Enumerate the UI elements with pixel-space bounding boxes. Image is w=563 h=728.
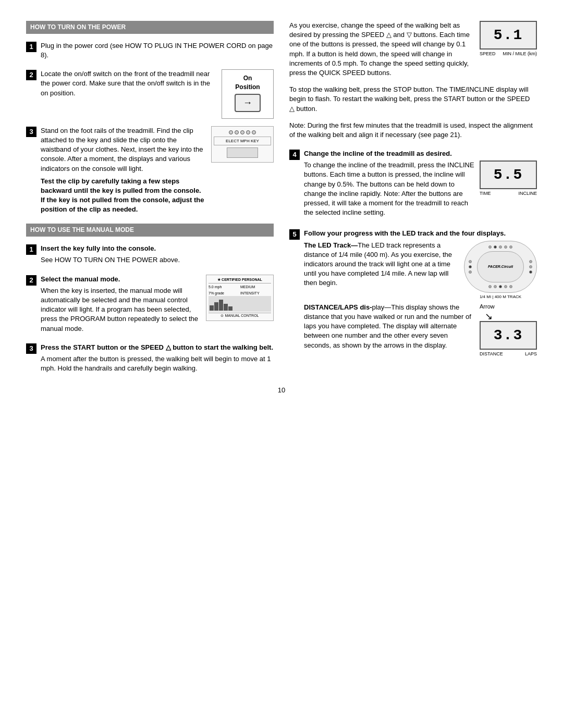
step3-number: 3 [26,127,36,137]
dot-b4 [504,285,507,288]
section2-header: HOW TO USE THE MANUAL MODE [26,224,274,237]
manual-step1-content: Insert the key fully into the console. S… [41,244,274,267]
console-text: ELECT MPH KEY [214,137,271,145]
distance-section: DISTANCE/LAPS dis-play—This display show… [304,303,537,357]
led-dots-bottom [488,285,512,288]
led-track-oval: PACER.Circuit [464,241,537,293]
intro-with-display: 5.1 SPEED MIN / MILE (km) As you exercis… [289,21,537,78]
step2-number: 2 [26,70,36,80]
dot-t5 [509,245,512,249]
led-track-section: The LED Track—The LED track represents a… [304,241,537,300]
dot2 [235,130,239,134]
dot-b2 [494,285,497,288]
dot-t1 [488,245,492,249]
note-text: Note: During the first few minutes that … [289,121,537,140]
step1-number: 1 [26,42,36,52]
manual-step2-bold: Select the manual mode. [41,275,120,283]
manual-step1-bold: Insert the key fully into the console. [41,244,156,252]
step5-number: 5 [289,229,300,240]
bar4 [224,304,228,311]
manual-grid: 5.0 mph MEDIUM 7% grade INTENSITY [209,285,271,296]
console-dots [229,130,256,134]
bar5 [228,306,232,311]
step5-bold: Follow your progress with the LED track … [304,229,506,237]
dot-l3 [469,270,472,274]
bar3 [219,300,223,311]
led-dots-left [469,260,472,274]
console-slot [227,147,258,158]
stop-text: To stop the walking belt, press the STOP… [289,85,537,114]
incline-display-label: TIME INCLINE [480,190,537,197]
distance-label: DISTANCE/LAPS dis- [304,303,372,311]
intro-section: 5.1 SPEED MIN / MILE (km) As you exercis… [289,21,537,78]
step3-inline-figure: Stand on the foot rails of the treadmill… [41,126,274,217]
step1-block: 1 Plug in the power cord (see HOW TO PLU… [26,41,274,62]
switch-shape: → [235,94,261,112]
incline-display: 5.5 [480,161,537,189]
step4-block: 4 Change the incline of the treadmill as… [289,149,537,219]
step1-text: Plug in the power cord (see HOW TO PLUG … [41,41,274,60]
dot3 [240,130,244,134]
arrow-label-text: Arrow [480,303,495,311]
arrow-icon: → [243,96,252,109]
manual-chart [209,296,271,312]
dot-l2 [469,265,472,268]
dot-r3 [529,270,532,274]
on-position-label: OnPosition [227,74,268,92]
led-track-figure: PACER.Circuit [464,241,537,300]
manual-control-text: ⊙ MANUAL CONTROL [209,313,271,318]
led-dots-right [529,260,532,274]
speed-display-wrapper: 5.1 SPEED MIN / MILE (km) [480,21,537,57]
dot-t3 [499,245,502,249]
incline-label-right: INCLINE [518,190,537,197]
arrow-down-icon: ↘ [485,312,493,321]
track-sublabel: 1/4 MI | 400 M TRACK [464,294,537,300]
step2-block: 2 Locate the on/off switch on the front … [26,69,274,119]
step4-inline: To change the incline of the treadmill, … [304,161,537,219]
step5-content: Follow your progress with the LED track … [304,229,537,357]
distance-label-left: DISTANCE [480,351,503,357]
led-dots-top [488,245,512,249]
speed-display: 5.1 [480,21,537,50]
step2-text: Locate the on/off switch on the front of… [41,69,216,100]
dot-t4 [504,245,507,249]
step4-bold: Change the incline of the treadmill as d… [304,150,452,157]
speed-label-right: MIN / MILE (km) [503,51,537,57]
dot-b3 [499,285,502,288]
distance-display-wrapper: Arrow ↘ 3.3 DISTANCE LAPS [480,303,537,357]
manual-step1-number: 1 [26,244,36,255]
incline-label-left: TIME [480,190,491,197]
manual-step2-content: Select the manual mode. When the key is … [41,275,274,336]
step3-content: Stand on the foot rails of the treadmill… [41,126,274,217]
speed-label-left: SPEED [480,51,496,57]
manual-step3-block: 3 Press the START button or the SPEED △ … [26,343,274,376]
manual-step1-text: See HOW TO TURN ON THE POWER above. [41,255,274,265]
manual-step3-number: 3 [26,343,36,354]
step3-text: Stand on the foot rails of the treadmill… [41,126,206,217]
pacer-logo: PACER.Circuit [488,264,513,269]
bar2 [214,302,218,311]
dot5 [252,130,256,134]
left-column: HOW TO TURN ON THE POWER 1 Plug in the p… [26,21,274,375]
manual-step2-number: 2 [26,275,36,286]
page-layout: HOW TO TURN ON THE POWER 1 Plug in the p… [26,21,537,375]
certified-label: ★ CERTIFIED PERSONAL [209,277,271,284]
distance-display-label: DISTANCE LAPS [480,351,537,357]
bar1 [210,305,214,311]
manual-step3-text: A moment after the button is pressed, th… [41,354,274,373]
dot-b1 [488,285,492,288]
led-track-text: The LED Track—The LED track represents a… [304,241,458,290]
distance-text: DISTANCE/LAPS dis-play—This display show… [304,303,473,352]
distance-label-right: LAPS [525,351,537,357]
dot-r2 [529,265,532,268]
distance-display: 3.3 [480,321,537,350]
led-track-label: The LED Track— [304,241,358,249]
step2-content: Locate the on/off switch on the front of… [41,69,274,119]
section1-header: HOW TO TURN ON THE POWER [26,21,274,34]
step4-number: 4 [289,150,300,160]
step2-inline-figure: Locate the on/off switch on the front of… [41,69,274,119]
dot-r1 [529,260,532,263]
step3-block: 3 Stand on the foot rails of the treadmi… [26,126,274,217]
dot-l1 [469,260,472,263]
on-position-figure: OnPosition → [222,69,274,119]
